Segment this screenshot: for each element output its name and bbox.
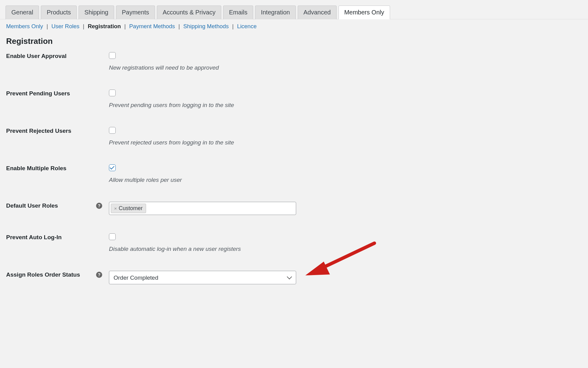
page-title: Registration	[0, 33, 588, 52]
desc-prevent-auto-login: Disable automatic log-in when a new user…	[109, 246, 582, 252]
tab-shipping[interactable]: Shipping	[79, 6, 114, 19]
tab-emails[interactable]: Emails	[223, 6, 253, 19]
subnav-separator: |	[44, 23, 50, 29]
row-default-user-roles: Default User Roles ? × Customer	[6, 202, 582, 215]
remove-tag-icon[interactable]: ×	[114, 206, 117, 211]
role-tag-label: Customer	[119, 205, 143, 212]
row-enable-multiple-roles: Enable Multiple Roles Allow multiple rol…	[6, 164, 582, 183]
help-icon[interactable]: ?	[96, 203, 102, 209]
role-tag-customer[interactable]: × Customer	[111, 204, 146, 213]
subnav-separator: |	[122, 23, 128, 29]
desc-enable-user-approval: New registrations will need to be approv…	[109, 64, 582, 71]
tab-payments[interactable]: Payments	[116, 6, 155, 19]
label-text-assign-roles: Assign Roles Order Status	[6, 271, 80, 278]
row-prevent-auto-login: Prevent Auto Log-In Disable automatic lo…	[6, 233, 582, 252]
row-enable-user-approval: Enable User Approval New registrations w…	[6, 52, 582, 71]
help-icon[interactable]: ?	[96, 272, 102, 278]
subnav-separator: |	[230, 23, 235, 29]
label-text-default-user-roles: Default User Roles	[6, 202, 58, 209]
assign-roles-order-status-select[interactable]: Order Completed	[109, 271, 296, 284]
subnav-payment-methods[interactable]: Payment Methods	[129, 23, 175, 29]
tab-general[interactable]: General	[6, 6, 39, 19]
subnav-user-roles[interactable]: User Roles	[51, 23, 79, 29]
settings-form: Enable User Approval New registrations w…	[0, 52, 588, 284]
checkbox-enable-user-approval[interactable]	[109, 52, 116, 59]
row-prevent-pending: Prevent Pending Users Prevent pending us…	[6, 90, 582, 109]
top-tabs: General Products Shipping Payments Accou…	[0, 0, 588, 19]
tab-advanced[interactable]: Advanced	[298, 6, 337, 19]
checkbox-prevent-auto-login[interactable]	[109, 233, 116, 240]
row-prevent-rejected: Prevent Rejected Users Prevent rejected …	[6, 127, 582, 146]
label-prevent-auto-login: Prevent Auto Log-In	[6, 233, 109, 241]
subnav-members-only[interactable]: Members Only	[6, 23, 43, 29]
desc-prevent-rejected: Prevent rejected users from logging in t…	[109, 139, 582, 146]
label-enable-user-approval: Enable User Approval	[6, 52, 109, 59]
tab-members-only[interactable]: Members Only	[338, 6, 390, 19]
checkbox-prevent-rejected[interactable]	[109, 127, 116, 134]
checkbox-prevent-pending[interactable]	[109, 90, 116, 96]
subnav-separator: |	[81, 23, 86, 29]
subnav-registration[interactable]: Registration	[88, 23, 121, 29]
desc-enable-multiple-roles: Allow multiple roles per user	[109, 177, 582, 183]
label-default-user-roles: Default User Roles ?	[6, 202, 109, 209]
tab-products[interactable]: Products	[41, 6, 77, 19]
label-enable-multiple-roles: Enable Multiple Roles	[6, 164, 109, 172]
label-assign-roles-order-status: Assign Roles Order Status ?	[6, 271, 109, 278]
desc-prevent-pending: Prevent pending users from logging in to…	[109, 102, 582, 109]
label-prevent-pending: Prevent Pending Users	[6, 90, 109, 97]
row-assign-roles-order-status: Assign Roles Order Status ? Order Comple…	[6, 271, 582, 284]
label-prevent-rejected: Prevent Rejected Users	[6, 127, 109, 134]
subnav: Members Only | User Roles | Registration…	[0, 19, 588, 33]
subnav-shipping-methods[interactable]: Shipping Methods	[183, 23, 229, 29]
checkbox-enable-multiple-roles[interactable]	[109, 164, 116, 171]
subnav-separator: |	[176, 23, 182, 29]
tab-accounts-privacy[interactable]: Accounts & Privacy	[157, 6, 221, 19]
subnav-licence[interactable]: Licence	[237, 23, 257, 29]
assign-roles-select-wrap: Order Completed	[109, 271, 296, 284]
tab-integration[interactable]: Integration	[255, 6, 296, 19]
default-user-roles-input[interactable]: × Customer	[109, 202, 296, 215]
